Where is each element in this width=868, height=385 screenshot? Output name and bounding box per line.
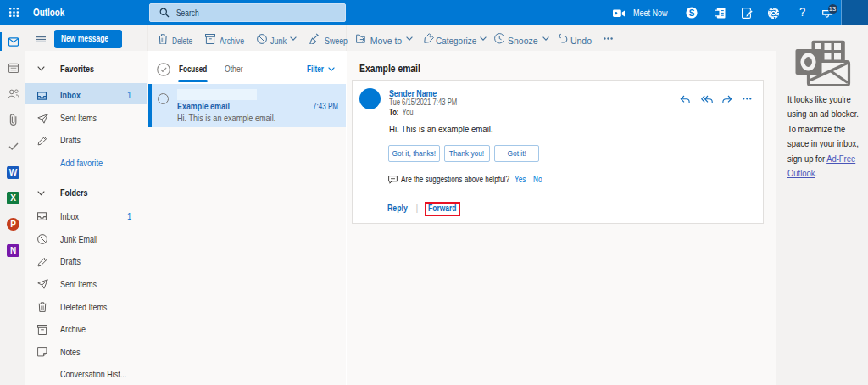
svg-text:S: S — [689, 8, 695, 18]
